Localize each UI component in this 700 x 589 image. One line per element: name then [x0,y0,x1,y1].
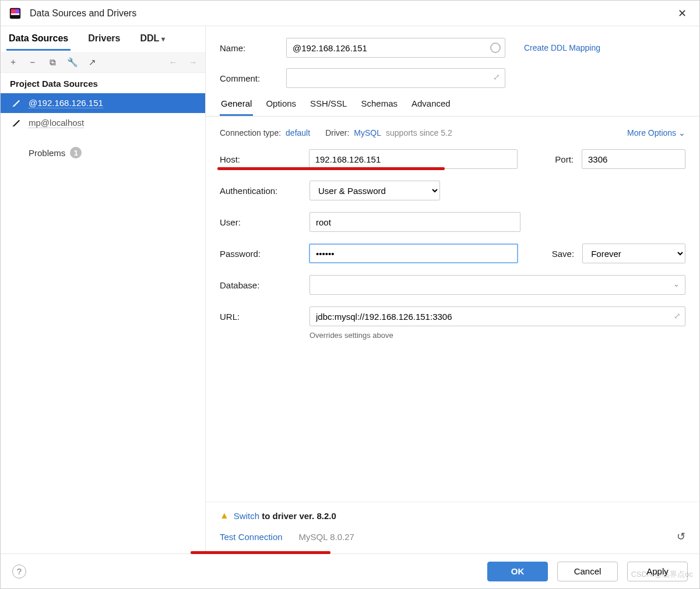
problems-item[interactable]: Problems 1 [1,133,205,158]
ok-button[interactable]: OK [487,562,548,581]
data-source-label: @192.168.126.151 [29,98,103,108]
name-label: Name: [220,43,278,53]
export-icon[interactable]: ↗ [87,57,97,68]
comment-input[interactable]: ⤢ [286,68,505,88]
tab-ssh-ssl[interactable]: SSH/SSL [309,98,348,116]
tab-data-sources[interactable]: Data Sources [6,27,71,51]
driver-label: Driver: [325,128,349,137]
tab-drivers[interactable]: Drivers [86,27,122,51]
datasource-icon [11,118,22,128]
cancel-button[interactable]: Cancel [557,562,618,581]
database-input[interactable] [309,275,685,295]
wrench-icon[interactable]: 🔧 [67,57,78,68]
annotation-underline [191,551,330,554]
revert-icon[interactable]: ↺ [677,530,685,543]
data-source-label: mp@localhost [29,118,84,128]
problems-count-badge: 1 [70,147,82,158]
tab-schemas[interactable]: Schemas [360,98,399,116]
svg-rect-1 [11,9,15,13]
save-select[interactable]: Forever [582,244,685,263]
user-label: User: [220,217,301,227]
connection-type-link[interactable]: default [286,128,310,137]
host-input[interactable] [309,149,518,169]
app-icon [9,7,22,20]
user-input[interactable] [309,212,520,232]
url-input[interactable] [309,306,685,326]
save-label: Save: [546,249,574,259]
nav-forward-icon: → [188,57,198,68]
driver-link[interactable]: MySQL [354,128,381,137]
switch-driver-text: to driver ver. 8.2.0 [259,511,336,521]
warning-icon: ▲ [220,510,229,521]
tab-general[interactable]: General [220,98,253,116]
url-label: URL: [220,312,301,322]
svg-rect-3 [11,13,20,15]
tab-advanced[interactable]: Advanced [410,98,452,116]
create-ddl-mapping-link[interactable]: Create DDL Mapping [524,43,600,52]
port-input[interactable] [582,149,685,169]
help-icon[interactable]: ? [12,565,26,579]
overrides-note: Overrides settings above [309,331,685,340]
problems-label: Problems [29,148,65,158]
nav-back-icon: ← [168,57,178,68]
name-input[interactable] [286,38,505,58]
datasource-icon [11,98,22,108]
expand-icon[interactable]: ⤢ [674,311,681,320]
data-source-item[interactable]: @192.168.126.151 [1,93,205,113]
tab-ddl[interactable]: DDL [138,27,167,51]
annotation-underline [217,167,445,170]
driver-version: MySQL 8.0.27 [299,532,354,542]
svg-rect-2 [15,9,19,13]
port-label: Port: [546,154,574,164]
expand-icon[interactable]: ⤢ [493,72,500,82]
window-title: Data Sources and Drivers [30,8,673,19]
remove-icon[interactable]: − [27,57,38,68]
comment-label: Comment: [220,73,278,83]
copy-icon[interactable]: ⧉ [47,57,58,68]
color-picker-icon[interactable] [490,43,501,53]
test-connection-link[interactable]: Test Connection [220,532,283,542]
connection-type-label: Connection type: [220,128,281,137]
database-label: Database: [220,280,301,290]
close-icon[interactable]: ✕ [673,5,691,22]
apply-button[interactable]: Apply [627,562,688,581]
add-icon[interactable]: ＋ [8,57,18,68]
host-label: Host: [220,154,301,164]
driver-supports: supports since 5.2 [386,128,452,137]
chevron-down-icon: ⌄ [678,128,685,137]
section-header: Project Data Sources [1,73,205,93]
switch-driver-link[interactable]: Switch [234,511,259,521]
authentication-select[interactable]: User & Password [309,181,440,200]
password-input[interactable] [309,244,519,263]
password-label: Password: [220,249,301,259]
auth-label: Authentication: [220,186,301,196]
chevron-down-icon[interactable]: ⌄ [673,280,680,288]
data-source-item[interactable]: mp@localhost [1,113,205,133]
more-options-link[interactable]: More Options ⌄ [627,128,685,137]
tab-options[interactable]: Options [265,98,297,116]
